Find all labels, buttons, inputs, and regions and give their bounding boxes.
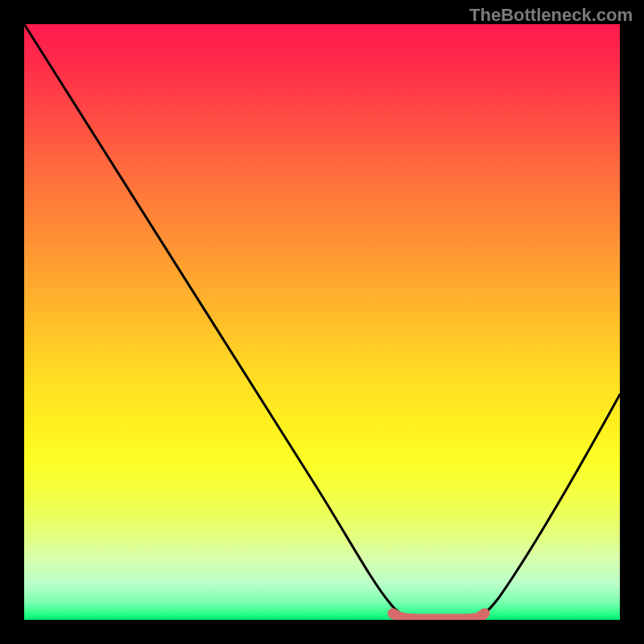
sweet-spot-marker-line: [393, 613, 485, 619]
chart-plot-area: [24, 24, 620, 620]
watermark-text: TheBottleneck.com: [469, 5, 633, 26]
bottleneck-curve-line: [24, 24, 620, 618]
chart-svg: [24, 24, 620, 620]
